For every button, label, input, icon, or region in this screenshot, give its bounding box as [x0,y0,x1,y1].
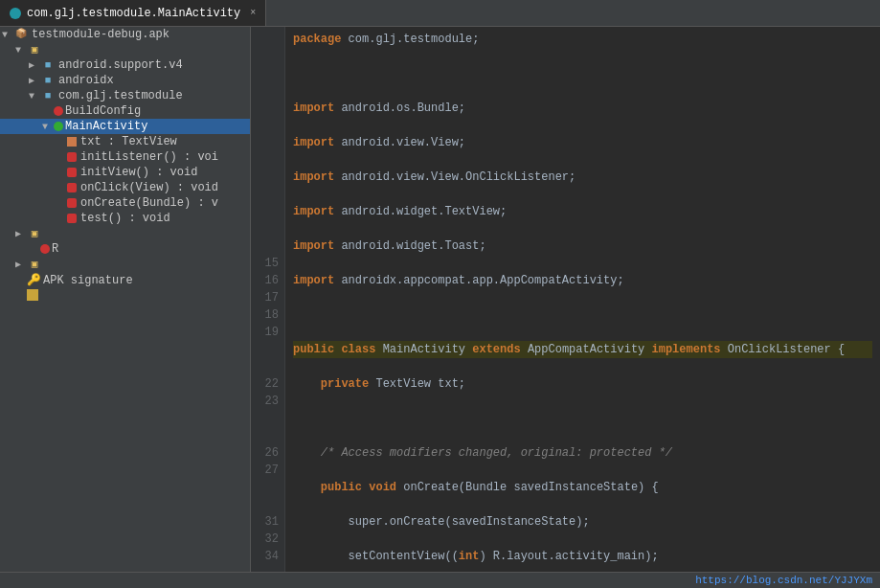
code-line-comment: /* Access modifiers changed, original: p… [293,444,872,462]
method-icon [67,198,77,208]
buildconfig-label: BuildConfig [65,104,141,118]
code-editor-panel: 15 16 17 18 19 22 23 26 27 31 32 34 [251,27,880,572]
ln-blank [257,48,279,65]
tree-onclick[interactable]: onClick(View) : void [0,180,250,195]
tree-group1[interactable]: ▼ ▣ [0,42,250,57]
ln-blank [257,134,279,151]
tree-group2[interactable]: ▶ ▣ [0,226,250,241]
initview-label: initView() : void [80,166,197,179]
package-icon: ■ [40,74,56,87]
initlistener-label: initListener() : voi [80,150,218,164]
ln-32: 32 [257,531,279,548]
method-icon [67,152,77,162]
method-icon [67,168,77,177]
url-text: https://blog.csdn.net/YJJYXm [695,575,872,586]
expand-arrow: ▼ [15,45,27,56]
main-area: ▼ 📦 testmodule-debug.apk ▼ ▣ ▶ ■ android… [0,27,880,572]
code-line-import2: import android.view.View; [293,134,872,151]
tree-test[interactable]: test() : void [0,211,250,226]
tree-apk-signature[interactable]: 🔑 APK signature [0,272,250,288]
folder-icon: ▣ [27,227,42,240]
tree-item-apk[interactable]: ▼ 📦 testmodule-debug.apk [0,27,250,42]
expand-arrow: ▼ [42,122,54,132]
oncreate-label: onCreate(Bundle) : v [80,196,218,210]
code-line-import5: import android.widget.Toast; [293,237,872,255]
line-numbers: 15 16 17 18 19 22 23 26 27 31 32 34 [251,27,285,572]
android-support-label: android.support.v4 [58,58,183,72]
folder-icon: ▣ [27,43,42,57]
url-bar: https://blog.csdn.net/YJJYXm [0,572,880,588]
tree-field-txt[interactable]: txt : TextView [0,134,250,149]
folder-icon: ▣ [27,258,42,271]
ln-blank [257,220,279,237]
ln-blank [257,358,279,375]
tree-android-support[interactable]: ▶ ■ android.support.v4 [0,57,250,73]
apk-signature-label: APK signature [43,274,133,287]
tree-initlistener[interactable]: initListener() : voi [0,149,250,165]
code-content: 15 16 17 18 19 22 23 26 27 31 32 34 [251,27,880,572]
package-icon: ■ [40,58,56,72]
code-line-setcontent: setContentView((int) R.layout.activity_m… [293,548,872,565]
mainactivity-label: MainActivity [65,120,147,133]
field-icon [67,137,77,147]
ln-27: 27 [257,462,279,479]
ln-blank [257,427,279,444]
ln-34: 34 [257,548,279,565]
tab-icon [10,8,21,19]
tree-group3[interactable]: ▶ ▣ [0,257,250,272]
r-label: R [52,242,58,256]
tree-box[interactable] [0,288,250,302]
ln-blank [257,65,279,82]
code-line-blank3 [293,410,872,427]
code-line-blank2 [293,306,872,324]
ln-blank [257,565,279,572]
code-line-1: package com.glj.testmodule; [293,31,872,48]
ln-blank [257,186,279,203]
expand-arrow: ▶ [29,75,40,86]
ln-blank [257,169,279,186]
code-line-blank [293,65,872,82]
test-label: test() : void [80,212,170,225]
ln-31: 31 [257,513,279,531]
expand-arrow: ▶ [15,259,27,270]
ln-23: 23 [257,393,279,410]
main-activity-tab[interactable]: com.glj.testmodule.MainActivity × [0,0,266,26]
ln-blank [257,496,279,513]
ln-18: 18 [257,306,279,324]
tab-close-button[interactable]: × [250,8,256,18]
box-icon [27,289,38,301]
tree-buildconfig[interactable]: BuildConfig [0,103,250,119]
method-icon [67,214,77,223]
ln-blank [257,31,279,48]
code-line-oncreate-sig: public void onCreate(Bundle savedInstanc… [293,479,872,496]
tree-oncreate[interactable]: onCreate(Bundle) : v [0,195,250,211]
code-line-import1: import android.os.Bundle; [293,100,872,117]
com-glj-label: com.glj.testmodule [58,89,183,102]
ln-blank [257,117,279,134]
tree-mainactivity[interactable]: ▼ MainActivity [0,119,250,134]
tree-com-glj[interactable]: ▼ ■ com.glj.testmodule [0,88,250,103]
tree-r[interactable]: R [0,241,250,257]
ln-22: 22 [257,375,279,393]
apk-icon: 📦 [13,28,29,41]
ln-16: 16 [257,272,279,289]
expand-arrow: ▼ [29,91,40,102]
ln-blank [257,410,279,427]
ln-blank [257,341,279,358]
tab-label: com.glj.testmodule.MainActivity [27,7,240,20]
field-txt-label: txt : TextView [80,135,177,148]
code-line-field: private TextView txt; [293,375,872,393]
ln-blank [257,151,279,169]
class-icon-red [40,244,50,254]
expand-arrow: ▶ [15,228,27,239]
tree-initview[interactable]: initView() : void [0,165,250,180]
key-icon: 🔑 [27,273,41,287]
tree-androidx[interactable]: ▶ ■ androidx [0,73,250,88]
ln-15: 15 [257,255,279,272]
ln-19: 19 [257,324,279,341]
tab-bar: com.glj.testmodule.MainActivity × [0,0,880,27]
androidx-label: androidx [58,74,114,87]
ln-blank [257,82,279,100]
method-icon [67,183,77,192]
source-code[interactable]: package com.glj.testmodule; import andro… [285,27,880,572]
